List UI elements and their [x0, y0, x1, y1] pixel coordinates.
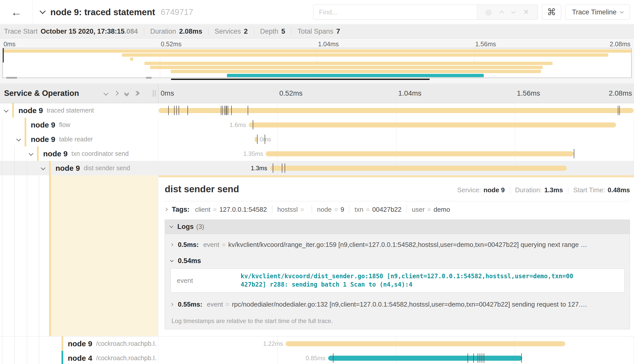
span-row[interactable]: node 9table reader0ms — [0, 132, 634, 146]
span-duration-label: 1.6ms — [229, 121, 246, 129]
log-collapse-chevron-icon[interactable] — [170, 258, 174, 262]
span-row[interactable]: node 4/cockroach.roachpb.I...0.85ms — [0, 351, 634, 364]
span-name-cell[interactable]: node 9dist sender send — [0, 161, 158, 175]
span-name-cell[interactable]: node 9/cockroach.roachpb.I... — [0, 336, 158, 351]
span-detail-row: dist sender send Service:node 9Duration:… — [0, 175, 634, 336]
view-type-dropdown[interactable]: Trace Timeline — [565, 5, 630, 20]
collapse-all-icon[interactable] — [125, 92, 128, 95]
span-row[interactable]: node 9dist sender send1.3ms — [0, 161, 634, 175]
span-bar[interactable] — [266, 151, 574, 156]
summary-label: Trace Start — [4, 28, 38, 35]
span-toggle-chevron-icon[interactable] — [16, 137, 21, 141]
span-log-marker-icon — [222, 106, 223, 115]
summary-value-suffix: .084 — [124, 28, 138, 35]
span-duration-label: 1.35ms — [243, 150, 263, 157]
span-row[interactable]: node 9traced statement — [0, 103, 634, 118]
span-name-cell[interactable]: node 9traced statement — [0, 103, 158, 118]
log-timestamp: 0.5ms: — [178, 241, 199, 249]
match-target-icon[interactable]: ◎ — [485, 9, 492, 16]
minimap-tick-label: 0ms — [4, 40, 15, 48]
prev-match-icon[interactable] — [500, 11, 504, 15]
span-name-cell[interactable]: node 9txn coordinator send — [0, 146, 158, 161]
span-timeline-cell[interactable]: 1.3ms — [159, 161, 634, 175]
expand-one-icon[interactable] — [114, 91, 118, 95]
span-timeline-cell[interactable]: 0.85ms — [159, 351, 634, 364]
header-controls: ◎ ✕ ⌘ Trace Timeline — [313, 5, 630, 20]
span-row[interactable]: node 9txn coordinator send1.35ms — [0, 146, 634, 161]
tag-pill[interactable]: txn=00427b22 — [349, 205, 407, 213]
keyboard-shortcuts-button[interactable]: ⌘ — [542, 5, 561, 20]
collapse-one-icon[interactable] — [103, 91, 108, 95]
span-toggle-chevron-icon[interactable] — [41, 165, 46, 170]
span-color-bar — [61, 336, 63, 351]
span-name-cell[interactable]: node 9flow — [0, 118, 158, 132]
meta-label: Service: — [457, 186, 481, 194]
log-expand-chevron-icon[interactable] — [171, 303, 173, 306]
span-bar[interactable] — [286, 341, 565, 346]
span-log-marker-icon — [574, 149, 574, 158]
log-entry[interactable]: 0.5ms:event=kv/kvclient/kvcoord/range_it… — [171, 235, 625, 254]
span-row[interactable]: node 9/cockroach.roachpb.I...1.22ms — [0, 336, 634, 351]
span-timeline-cell[interactable]: 1.22ms — [159, 336, 634, 351]
minimap-scroll-thumb[interactable] — [171, 79, 430, 80]
log-expand-chevron-icon[interactable] — [171, 243, 173, 246]
span-name-cell[interactable]: node 4/cockroach.roachpb.I... — [0, 351, 158, 364]
log-entry-expanded-header[interactable]: 0.54ms — [171, 254, 625, 268]
log-timestamp: 0.54ms — [178, 257, 201, 265]
expand-all-icon[interactable] — [135, 92, 138, 95]
tag-pill[interactable]: user=demo — [407, 205, 455, 213]
span-bar[interactable] — [255, 137, 257, 142]
tree-guide-line — [27, 351, 27, 364]
span-row[interactable]: node 9flow1.6ms — [0, 118, 634, 132]
span-color-bar — [49, 161, 51, 175]
tree-guide-line — [27, 161, 27, 175]
find-input[interactable] — [313, 5, 477, 19]
column-resize-handle[interactable] — [153, 90, 156, 97]
span-bar[interactable] — [159, 108, 633, 113]
minimap-handle[interactable] — [6, 77, 17, 79]
span-timeline-cell[interactable] — [159, 103, 634, 118]
summary-item: Services2 — [215, 28, 248, 35]
collapse-trace-chevron-icon[interactable] — [39, 8, 46, 14]
summary-value: 5 — [281, 28, 285, 35]
back-button[interactable]: ← — [0, 0, 33, 24]
tags-row[interactable]: Tags: client=127.0.0.1:54582hostssl=node… — [165, 205, 630, 213]
span-toggle-chevron-icon[interactable] — [29, 151, 33, 156]
tree-guide-line — [14, 161, 15, 175]
log-entry[interactable]: 0.55ms:event=rpc/nodedialer/nodedialer.g… — [171, 295, 625, 313]
minimap-handle[interactable] — [146, 77, 152, 79]
detail-meta-item: Start Time:0.48ms — [573, 186, 630, 194]
tag-pill[interactable]: node=9 — [312, 205, 350, 213]
span-bar[interactable] — [328, 356, 522, 361]
span-name-cell[interactable]: node 9table reader — [0, 132, 158, 146]
summary-separator — [254, 28, 254, 35]
span-bar[interactable] — [270, 166, 567, 171]
span-color-bar — [37, 146, 39, 161]
log-field-key: event — [177, 277, 241, 285]
meta-value: 1.3ms — [544, 186, 563, 194]
collapse-controls — [104, 83, 138, 103]
next-match-icon[interactable] — [511, 9, 515, 14]
logs-label: Logs — [177, 223, 194, 231]
timeline-tick-label: 1.04ms — [398, 89, 421, 97]
span-timeline-cell[interactable]: 1.35ms — [159, 146, 634, 161]
timeline-gridline — [277, 83, 278, 103]
span-timeline-cell[interactable]: 1.6ms — [159, 118, 634, 132]
tags-expand-chevron-icon[interactable] — [164, 208, 168, 211]
tag-pill[interactable]: client=127.0.0.1:54582 — [193, 205, 272, 213]
clear-search-icon[interactable]: ✕ — [523, 9, 529, 16]
detail-color-stripe — [49, 175, 51, 336]
tag-pill[interactable]: hostssl= — [272, 205, 312, 213]
span-log-marker-icon — [473, 353, 474, 363]
span-duration-label: 1.3ms — [251, 165, 267, 172]
detail-span-title: dist sender send — [165, 184, 239, 195]
minimap-canvas[interactable] — [3, 48, 631, 78]
span-toggle-chevron-icon[interactable] — [4, 108, 8, 112]
minimap-scrubber[interactable] — [3, 48, 4, 62]
span-timeline-cell[interactable]: 0ms — [159, 132, 634, 146]
detail-panel: dist sender send Service:node 9Duration:… — [159, 175, 634, 336]
span-bar[interactable] — [249, 122, 616, 127]
trace-title: node 9: traced statement — [50, 7, 155, 17]
minimap-span-bar — [227, 74, 484, 77]
logs-header[interactable]: Logs (3) — [165, 220, 630, 234]
